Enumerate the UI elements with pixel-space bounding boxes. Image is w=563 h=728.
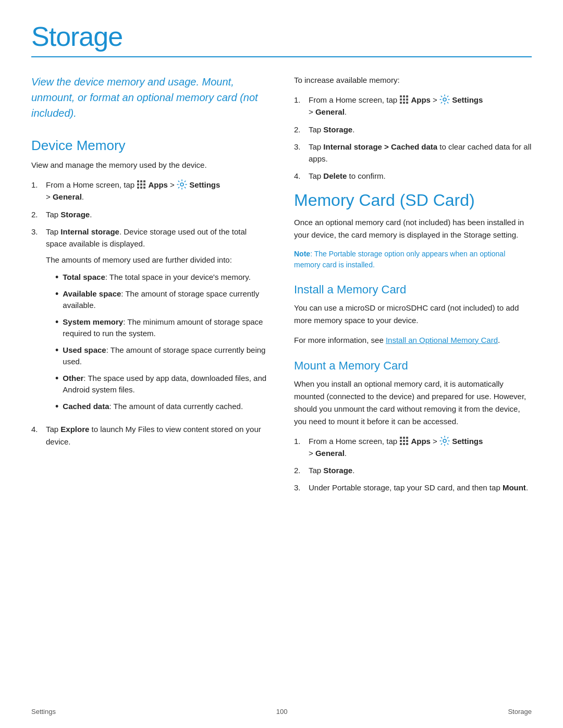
svg-rect-18: [406, 102, 408, 104]
svg-rect-12: [406, 95, 408, 97]
mount-step-2-content: Tap Storage.: [309, 464, 532, 476]
install-memory-card-link-line: For more information, see Install an Opt…: [294, 334, 532, 347]
svg-rect-27: [403, 443, 405, 445]
step-2: 2. Tap Storage.: [31, 208, 269, 220]
increase-memory-label: To increase available memory:: [294, 74, 532, 87]
svg-rect-20: [400, 437, 402, 439]
page-title: Storage: [31, 21, 532, 52]
bullet-used-space: Used space: The amount of storage space …: [55, 344, 269, 368]
svg-point-19: [443, 98, 446, 101]
left-column: View the device memory and usage. Mount,…: [31, 74, 269, 502]
title-rule: [31, 56, 532, 57]
step-4-num: 4.: [31, 423, 43, 448]
settings-icon-3: [439, 436, 450, 446]
mount-step-2: 2. Tap Storage.: [294, 464, 532, 476]
bullet-list: Total space: The total space in your dev…: [55, 272, 269, 413]
svg-rect-25: [406, 440, 408, 442]
bullet-other: Other: The space used by app data, downl…: [55, 373, 269, 396]
settings-label: Settings: [189, 180, 220, 189]
svg-point-29: [443, 439, 446, 442]
footer: Settings 100 Storage: [0, 708, 563, 715]
inc-step-2: 2. Tap Storage.: [294, 124, 532, 135]
inc-step-3-content: Tap Internal storage > Cached data to cl…: [309, 141, 532, 165]
inc-step-3-num: 3.: [294, 141, 305, 165]
mount-memory-card-title: Mount a Memory Card: [294, 359, 532, 373]
step-3-num: 3.: [31, 226, 43, 418]
svg-rect-22: [406, 437, 408, 439]
mount-step-1-num: 1.: [294, 435, 305, 460]
step-1-content: From a Home screen, tap: [46, 179, 269, 203]
svg-rect-14: [403, 98, 405, 101]
bullet-system-memory: System memory: The minimum amount of sto…: [55, 316, 269, 340]
mount-step-1-content: From a Home screen, tap: [309, 435, 532, 460]
install-memory-card-title: Install a Memory Card: [294, 283, 532, 297]
step-2-content: Tap Storage.: [46, 208, 269, 220]
device-memory-title: Device Memory: [31, 138, 269, 154]
svg-rect-3: [137, 183, 139, 186]
footer-left: Settings: [31, 708, 56, 715]
svg-rect-17: [403, 102, 405, 104]
svg-rect-26: [400, 443, 402, 445]
increase-memory-steps: 1. From a Home screen, tap: [294, 94, 532, 182]
inc-step-2-num: 2.: [294, 124, 305, 135]
bullet-cached-data: Cached data: The amount of data currentl…: [55, 401, 269, 413]
svg-rect-10: [400, 95, 402, 97]
mount-step-3: 3. Under Portable storage, tap your SD c…: [294, 482, 532, 493]
svg-rect-0: [137, 180, 139, 182]
install-memory-card-link[interactable]: Install an Optional Memory Card: [386, 336, 498, 344]
svg-rect-4: [140, 183, 142, 186]
svg-rect-1: [140, 180, 142, 182]
apps-icon-3: [399, 436, 409, 446]
inc-step-1-num: 1.: [294, 94, 305, 118]
settings-icon-2: [439, 94, 450, 105]
svg-rect-24: [403, 440, 405, 442]
apps-label: Apps: [148, 180, 168, 189]
step-3-content: Tap Internal storage. Device storage use…: [46, 226, 269, 418]
mount-memory-card-desc: When you install an optional memory card…: [294, 378, 532, 428]
memory-card-desc: Once an optional memory card (not includ…: [294, 216, 532, 241]
inc-step-4: 4. Tap Delete to confirm.: [294, 170, 532, 182]
step-4-content: Tap Explore to launch My Files to view c…: [46, 423, 269, 448]
svg-rect-7: [140, 187, 142, 189]
footer-right: Storage: [508, 708, 532, 715]
svg-rect-13: [400, 98, 402, 101]
device-memory-steps: 1. From a Home screen, tap: [31, 179, 269, 448]
step-3-sub: The amounts of memory used are further d…: [46, 254, 269, 266]
svg-rect-23: [400, 440, 402, 442]
inc-step-4-num: 4.: [294, 170, 305, 182]
svg-rect-11: [403, 95, 405, 97]
svg-rect-2: [143, 180, 145, 182]
mount-step-3-content: Under Portable storage, tap your SD card…: [309, 482, 532, 493]
inc-step-3: 3. Tap Internal storage > Cached data to…: [294, 141, 532, 165]
bullet-total-space: Total space: The total space in your dev…: [55, 272, 269, 283]
step-4: 4. Tap Explore to launch My Files to vie…: [31, 423, 269, 448]
memory-card-note: Note: The Portable storage option only a…: [294, 249, 532, 270]
svg-rect-5: [143, 183, 145, 186]
memory-card-title: Memory Card (SD Card): [294, 191, 532, 210]
inc-step-1-content: From a Home screen, tap: [309, 94, 532, 118]
mount-memory-card-steps: 1. From a Home screen, tap: [294, 435, 532, 494]
step-1-num: 1.: [31, 179, 43, 203]
inc-step-1: 1. From a Home screen, tap: [294, 94, 532, 118]
settings-icon: [177, 179, 187, 190]
inc-step-2-content: Tap Storage.: [309, 124, 532, 135]
svg-rect-15: [406, 98, 408, 101]
device-memory-desc: View and manage the memory used by the d…: [31, 159, 269, 171]
step-1: 1. From a Home screen, tap: [31, 179, 269, 203]
svg-point-9: [180, 183, 183, 186]
inc-step-4-content: Tap Delete to confirm.: [309, 170, 532, 182]
intro-text: View the device memory and usage. Mount,…: [31, 74, 269, 121]
install-memory-card-desc: You can use a microSD or microSDHC card …: [294, 302, 532, 327]
mount-step-3-num: 3.: [294, 482, 305, 493]
footer-center: 100: [276, 708, 288, 715]
bullet-available-space: Available space: The amount of storage s…: [55, 288, 269, 312]
step-2-num: 2.: [31, 208, 43, 220]
mount-step-1: 1. From a Home screen, tap: [294, 435, 532, 460]
svg-rect-28: [406, 443, 408, 445]
apps-icon-2: [399, 95, 409, 104]
svg-rect-21: [403, 437, 405, 439]
mount-step-2-num: 2.: [294, 464, 305, 476]
right-column: To increase available memory: 1. From a …: [294, 74, 532, 502]
apps-icon: [137, 180, 146, 189]
svg-rect-8: [143, 187, 145, 189]
